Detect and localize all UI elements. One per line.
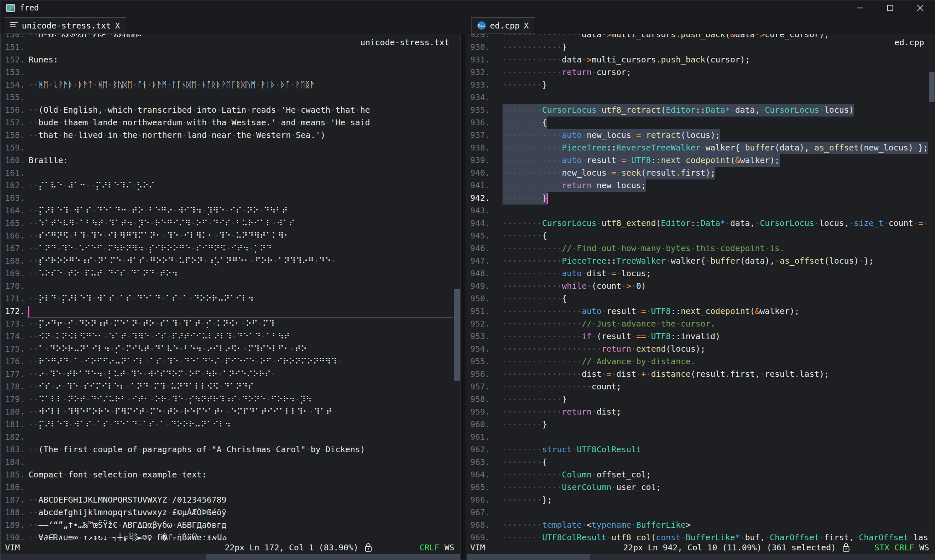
code-line[interactable]: 183.··(The·first·couple·of·paragraphs·of… [1, 443, 453, 456]
code-line[interactable]: 951.················auto·result·=·UTF8::… [466, 305, 928, 318]
code-line[interactable]: 947.············PieceTree::TreeWalker·wa… [466, 255, 928, 267]
code-line[interactable]: 964.············Column·offset_col; [466, 469, 928, 481]
line-number: 157. [1, 117, 24, 129]
code-line[interactable]: 957.················--count; [466, 381, 928, 393]
code-line[interactable]: 166.··⠎⠊⠛⠝⠫·⠃⠹·⠹⠑·⠊⠇⠻⠛⠹⠍⠁⠝⠂·⠹⠑·⠊⠇⠻⠅⠂·⠹⠑·… [1, 230, 453, 242]
code-line[interactable]: 946.············//·Find·out·how·many·byt… [466, 242, 928, 255]
code-line[interactable]: 164.··⡍⠜⠇⠑⠹·⠺⠁⠎·⠙⠑⠁⠙⠒·⠞⠕·⠃⠑⠛⠔·⠺⠊⠹⠲·⡹⠻⠑·⠊… [1, 205, 453, 217]
tab-close-icon[interactable]: X [115, 21, 120, 31]
code-line[interactable]: 163. [1, 192, 453, 205]
code-line[interactable]: 966.········}; [466, 494, 928, 506]
editor-window: 150.··ሰማይ·አይታረስ·ንጉሥ·አይከሰስ።151.152.Runes:… [0, 0, 935, 560]
code-line[interactable]: 180.··⠺⠊⠇⠇·⠹⠻⠑⠋⠕⠗⠑·⠏⠻⠍⠊⠞·⠍⠑·⠞⠕·⠗⠑⠏⠑⠁⠞⠂·⠑… [1, 406, 453, 418]
horizontal-scrollbar[interactable] [1, 554, 460, 560]
code-line[interactable]: 960.········} [466, 418, 928, 431]
code-line[interactable]: 939.············auto·result·=·UTF8::next… [466, 154, 928, 167]
code-line[interactable]: 933.········} [466, 79, 928, 91]
code-line[interactable]: 159. [1, 142, 453, 154]
tab-close-icon[interactable]: X [524, 21, 529, 31]
code-line[interactable]: 941.············return·new_locus; [466, 179, 928, 192]
code-line[interactable]: 177.··⠔·⠹⠑·⠞⠗⠁⠙⠑⠲·⡃⠥⠞·⠹⠑·⠺⠊⠎⠙⠕⠍·⠕⠋·⠳⠗·⠁⠝… [1, 368, 453, 381]
code-line[interactable]: 942.········} [466, 192, 928, 205]
code-line[interactable]: 943. [466, 205, 928, 217]
code-line[interactable]: 171.··⡕⠇⠙·⡍⠜⠇⠑⠹·⠺⠁⠎·⠁⠎·⠙⠑⠁⠙·⠁⠎·⠁·⠙⠕⠕⠗⠤⠝⠁… [1, 293, 453, 305]
code-line[interactable]: 944.········CursorLocus·utf8_extend(Edit… [466, 217, 928, 230]
code-line[interactable]: 179.··⠩⠁⠇⠇·⠝⠕⠞·⠙⠊⠌⠥⠗⠃·⠊⠞⠂·⠕⠗·⠹⠑·⡊⠳⠝⠞⠗⠹⠰⠎… [1, 393, 453, 406]
code-line[interactable]: 968.········template·<typename·BufferLik… [466, 519, 928, 531]
code-line[interactable]: 935.········CursorLocus·utf8_retract(Edi… [466, 104, 928, 117]
code-line[interactable]: 967. [466, 506, 928, 519]
code-area[interactable]: 929.················data->multi_cursors.… [466, 16, 935, 541]
code-line[interactable]: 176.··⠗⠑⠛⠜⠙·⠁·⠊⠕⠋⠋⠔⠤⠝⠁⠊⠇·⠁⠎·⠹⠑·⠙⠑⠁⠙⠑⠌·⠏⠊… [1, 355, 453, 368]
code-line[interactable]: 174.··⠪⠝·⠅⠝⠪⠇⠫⠛⠑⠂·⠱⠁⠞·⠹⠻⠑·⠊⠎·⠏⠜⠞⠊⠊⠥⠇⠜⠇⠹·… [1, 330, 453, 343]
code-line[interactable]: 173.··⡍⠔⠙⠖·⡊·⠙⠕⠝⠰⠞·⠍⠑⠁⠝·⠞⠕·⠎⠁⠹·⠹⠁⠞·⡊·⠅⠝⠪… [1, 318, 453, 330]
code-line[interactable]: 181.··⡍⠜⠇⠑⠹·⠺⠁⠎·⠁⠎·⠙⠑⠁⠙·⠁⠎·⠁·⠙⠕⠕⠗⠤⠝⠁⠊⠇⠲ [1, 418, 453, 431]
code-line[interactable]: 178.··⠊⠎·⠔·⠹⠑·⠎⠊⠍⠊⠇⠑⠆·⠁⠝⠙·⠍⠹·⠥⠝⠙⠁⠇⠇⠪⠫·⠙⠁… [1, 381, 453, 393]
code-line[interactable]: 165.··⠱⠁⠞⠑⠧⠻·⠁⠃⠳⠞·⠹⠁⠞⠲·⡹⠑·⠗⠑⠛⠊⠌⠻·⠕⠋·⠙⠊⠎·… [1, 217, 453, 230]
code-line[interactable]: 153. [1, 66, 453, 79]
code-line[interactable]: 185.Compact·font·selection·example·text: [1, 469, 453, 481]
code-line[interactable]: 969.········UTF8ColResult·utf8_col(const… [466, 531, 928, 541]
code-line[interactable]: 963.········{ [466, 456, 928, 469]
vertical-scrollbar-thumb[interactable] [454, 289, 460, 381]
code-line[interactable]: 936.········{ [466, 117, 928, 129]
maximize-button[interactable] [875, 0, 905, 16]
close-button[interactable] [905, 0, 935, 16]
code-line[interactable]: 167.··⠁⠝⠙·⠹⠑·⠡⠊⠑⠋·⠍⠳⠗⠝⠻⠲·⡎⠊⠗⠕⠕⠛⠑·⠎⠊⠛⠝⠫·⠊… [1, 242, 453, 255]
code-line[interactable]: 953.················if·(result·==·UTF8::… [466, 330, 928, 343]
line-number: 948. [466, 267, 490, 280]
line-number: 177. [1, 368, 24, 381]
code-line[interactable]: 182. [1, 431, 453, 443]
code-line[interactable]: 932.············return·cursor; [466, 66, 928, 79]
code-line[interactable]: 175.··⠁·⠙⠕⠕⠗⠤⠝⠁⠊⠇⠲·⡊·⠍⠊⠣⠞·⠙⠁⠧⠑·⠃⠑⠲·⠔⠊⠇⠔⠫… [1, 343, 453, 355]
line-number: 167. [1, 242, 24, 255]
minimize-button[interactable] [845, 0, 875, 16]
tab-ed-cpp[interactable]: C++ ed.cpp X [471, 17, 535, 34]
code-line[interactable]: 930.············} [466, 41, 928, 54]
code-line[interactable]: 170. [1, 280, 453, 293]
code-line[interactable]: 184. [1, 456, 453, 469]
code-line[interactable]: 958.············} [466, 393, 928, 406]
code-line[interactable]: 189.··–—‘“”„†•…‰™œŠŸž€·ΑΒΓΔΩαβγδω·АБВГДа… [1, 519, 453, 531]
code-line[interactable]: 156.··(Old·English,·which·transcribed·in… [1, 104, 453, 117]
line-number: 169. [1, 267, 24, 280]
code-line[interactable]: 950.············{ [466, 293, 928, 305]
line-number: 178. [1, 381, 24, 393]
code-line[interactable]: 961. [466, 431, 928, 443]
code-line[interactable]: 162.··⡌⠁⠧⠑·⠼⠁⠒··⡍⠜⠇⠑⠹⠌·⡣⠕⠌ [1, 179, 453, 192]
code-line[interactable]: 154.··ᚻᛖ·ᚳᚹᚫᚦ·ᚦᚫᛏ·ᚻᛖ·ᛒᚢᛞᛖ·ᚩᚾ·ᚦᚫᛗ·ᛚᚪᚾᛞᛖ·ᚾ… [1, 79, 453, 91]
code-line[interactable]: 158.··that·he·lived·in·the·northern·land… [1, 129, 453, 142]
code-line[interactable]: 955.················//·Advance·by·distan… [466, 355, 928, 368]
code-line[interactable]: 169.··⠡⠕⠎⠑·⠞⠕·⠏⠥⠞·⠙⠊⠎·⠙⠁⠝⠙·⠞⠕⠲ [1, 267, 453, 280]
code-area[interactable]: 150.··ሰማይ·አይታረስ·ንጉሥ·አይከሰስ።151.152.Runes:… [1, 16, 460, 541]
tab-unicode-stress[interactable]: unicode-stress.txt X [4, 17, 126, 34]
code-line[interactable]: 931.············data->multi_cursors.push… [466, 54, 928, 66]
code-line[interactable]: 965.············UserColumn·user_col; [466, 481, 928, 494]
horizontal-scrollbar-thumb[interactable] [467, 554, 590, 560]
code-line[interactable]: 937.············auto·new_locus·=·retract… [466, 129, 928, 142]
code-line[interactable]: 948.············auto·dist·=·locus; [466, 267, 928, 280]
code-line[interactable]: 155. [1, 91, 453, 104]
code-line[interactable]: 187.··ABCDEFGHIJKLMNOPQRSTUVWXYZ·/012345… [1, 494, 453, 506]
code-line[interactable]: 940.············new_locus·=·seek(result.… [466, 167, 928, 179]
code-line[interactable]: 186. [1, 481, 453, 494]
horizontal-scrollbar[interactable] [466, 554, 935, 560]
code-line[interactable]: 168.··⡎⠊⠗⠕⠕⠛⠑⠰⠎·⠝⠁⠍⠑·⠺⠁⠎·⠛⠕⠕⠙·⠥⠏⠕⠝·⠰⡡⠁⠝⠛… [1, 255, 453, 267]
code-line[interactable]: 949.············while·(count·>·0) [466, 280, 928, 293]
code-line[interactable]: 160.Braille: [1, 154, 453, 167]
code-line[interactable]: 934. [466, 91, 928, 104]
code-line[interactable]: 190.··∀∂∈ℝ∧∪≡∞·↑↗↨↻⇣·┐┼╔╘░►☺♀·ﬁ�⑀₂ἠḂӥẄɐː… [1, 531, 453, 541]
code-line[interactable]: 945.········{ [466, 230, 928, 242]
code-line[interactable]: 956.················dist·=·dist·+·distan… [466, 368, 928, 381]
code-line[interactable]: 954.····················return·extend(lo… [466, 343, 928, 355]
code-line[interactable]: 157.··bude·thaem·lande·northweardum·with… [1, 117, 453, 129]
vertical-scrollbar-thumb[interactable] [929, 72, 935, 102]
code-line[interactable]: 959.············return·dist; [466, 406, 928, 418]
code-line[interactable]: 962.········struct·UTF8ColResult [466, 443, 928, 456]
code-line[interactable]: 161. [1, 167, 453, 179]
code-line[interactable]: 952.················//·Just·advance·the·… [466, 318, 928, 330]
horizontal-scrollbar-thumb[interactable] [206, 554, 460, 560]
code-line[interactable]: 188.··abcdefghijklmnopqrstuvwxyz·£©µÀÆÖÞ… [1, 506, 453, 519]
code-line[interactable]: 152.Runes: [1, 54, 453, 66]
code-line[interactable]: 938.············PieceTree::ReverseTreeWa… [466, 142, 928, 154]
